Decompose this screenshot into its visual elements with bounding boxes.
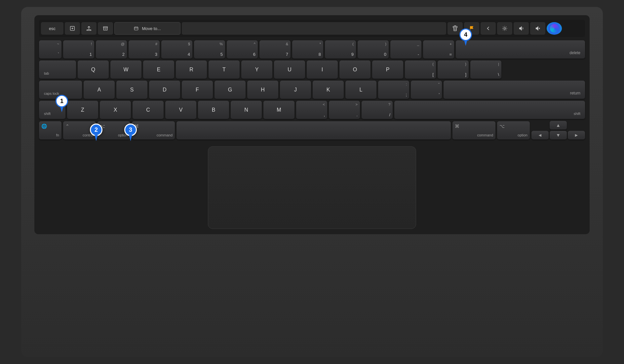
key-command-right[interactable]: ⌘ command xyxy=(452,121,495,140)
key-l[interactable]: L xyxy=(345,81,376,99)
svg-rect-1 xyxy=(103,27,108,28)
key-b[interactable]: B xyxy=(198,101,229,119)
svg-point-4 xyxy=(504,27,505,29)
tb-back-icon[interactable] xyxy=(481,22,496,35)
key-9[interactable]: ( 9 xyxy=(325,40,356,59)
keyboard-wrapper: 1 2 3 4 ~ xyxy=(39,40,585,140)
row-qwerty: tab Q W E R T Y U I O P { [ xyxy=(39,60,585,79)
key-arrow-right[interactable]: ► xyxy=(568,131,585,140)
key-7[interactable]: & 7 xyxy=(259,40,291,59)
key-lbracket[interactable]: { [ xyxy=(405,60,436,79)
key-w[interactable]: W xyxy=(110,60,141,79)
key-s[interactable]: S xyxy=(116,81,147,99)
key-r[interactable]: R xyxy=(176,60,207,79)
key-8[interactable]: * 8 xyxy=(292,40,323,59)
key-0[interactable]: ) 0 xyxy=(358,40,389,59)
tb-siri-button[interactable] xyxy=(547,22,562,35)
key-arrow-down[interactable]: ▼ xyxy=(550,131,567,140)
key-5[interactable]: % 5 xyxy=(194,40,225,59)
key-i[interactable]: I xyxy=(307,60,338,79)
key-backslash[interactable]: | \ xyxy=(470,60,501,79)
tb-brightness-icon[interactable] xyxy=(497,22,512,35)
key-x[interactable]: X xyxy=(100,101,131,119)
key-minus[interactable]: _ - xyxy=(390,40,421,59)
key-fn[interactable]: 🌐 fn xyxy=(39,121,61,140)
touchpad[interactable] xyxy=(208,146,416,229)
row-modifiers: 🌐 fn ⌃ control ⌥ option ⌘ command xyxy=(39,121,585,140)
key-m[interactable]: M xyxy=(263,101,294,119)
key-n[interactable]: N xyxy=(231,101,262,119)
row-asdf: caps lock A S D F G H J K L : ; xyxy=(39,81,585,99)
key-g[interactable]: G xyxy=(214,81,246,99)
tb-spacer xyxy=(182,22,446,35)
key-6[interactable]: ^ 6 xyxy=(227,40,258,59)
key-f[interactable]: F xyxy=(182,81,213,99)
key-quote[interactable]: " ' xyxy=(411,81,442,99)
key-e[interactable]: E xyxy=(143,60,174,79)
key-o[interactable]: O xyxy=(339,60,370,79)
key-v[interactable]: V xyxy=(165,101,196,119)
badge-3: 3 xyxy=(124,124,137,141)
tb-moveto-button[interactable]: Move to... xyxy=(114,22,180,35)
laptop-body: esc xyxy=(21,7,603,357)
tb-esc-key[interactable]: esc xyxy=(41,22,63,35)
key-d[interactable]: D xyxy=(149,81,180,99)
key-k[interactable]: K xyxy=(313,81,344,99)
badge-1: 1 xyxy=(56,95,68,112)
key-p[interactable]: P xyxy=(372,60,403,79)
key-j[interactable]: J xyxy=(280,81,311,99)
tb-mute-icon[interactable] xyxy=(530,22,545,35)
badge-2: 2 xyxy=(90,124,102,141)
key-y[interactable]: Y xyxy=(241,60,272,79)
key-delete[interactable]: delete xyxy=(456,40,585,59)
key-period[interactable]: > . xyxy=(329,101,360,119)
key-tilde[interactable]: ~ ` xyxy=(39,40,61,59)
key-option-right[interactable]: ⌥ option xyxy=(497,121,530,140)
key-z[interactable]: Z xyxy=(67,101,98,119)
touch-bar: esc xyxy=(39,20,585,37)
key-return[interactable]: return xyxy=(444,81,585,99)
tb-archive-icon[interactable] xyxy=(98,22,113,35)
key-a[interactable]: A xyxy=(84,81,115,99)
key-rbracket[interactable]: } ] xyxy=(438,60,469,79)
key-semicolon[interactable]: : ; xyxy=(378,81,409,99)
key-slash[interactable]: ? / xyxy=(362,101,393,119)
key-arrow-up[interactable]: ▲ xyxy=(550,121,567,130)
svg-rect-3 xyxy=(453,26,457,28)
key-1[interactable]: ! 1 xyxy=(63,40,94,59)
key-shift-right[interactable]: shift xyxy=(394,101,585,119)
key-t[interactable]: T xyxy=(209,60,240,79)
tb-volume-icon[interactable] xyxy=(514,22,529,35)
key-comma[interactable]: < , xyxy=(296,101,327,119)
key-tab[interactable]: tab xyxy=(39,60,76,79)
key-c[interactable]: C xyxy=(133,101,164,119)
key-arrow-left[interactable]: ◄ xyxy=(531,131,549,140)
key-space[interactable] xyxy=(176,121,451,140)
moveto-label: Move to... xyxy=(142,26,161,31)
tb-right-end xyxy=(563,22,583,35)
tb-compose-icon[interactable] xyxy=(65,22,80,35)
arrow-keys-cluster: ▲ ◄ ▼ ► xyxy=(531,121,585,140)
keyboard-area: esc xyxy=(34,15,590,234)
key-q[interactable]: Q xyxy=(78,60,109,79)
key-equals[interactable]: + = xyxy=(423,40,454,59)
row-numbers: ~ ` ! 1 @ 2 # 3 xyxy=(39,40,585,59)
badge-4: 4 xyxy=(459,28,472,46)
key-command-left[interactable]: ⌘ command xyxy=(132,121,175,140)
keyboard: ~ ` ! 1 @ 2 # 3 xyxy=(39,40,585,140)
key-u[interactable]: U xyxy=(274,60,305,79)
key-2[interactable]: @ 2 xyxy=(96,40,127,59)
row-zxcv: shift Z X C V B N M < , > . xyxy=(39,101,585,119)
key-4[interactable]: $ 4 xyxy=(161,40,192,59)
tb-share-icon[interactable] xyxy=(81,22,97,35)
key-3[interactable]: # 3 xyxy=(129,40,160,59)
svg-rect-2 xyxy=(135,27,138,30)
key-h[interactable]: H xyxy=(247,81,278,99)
